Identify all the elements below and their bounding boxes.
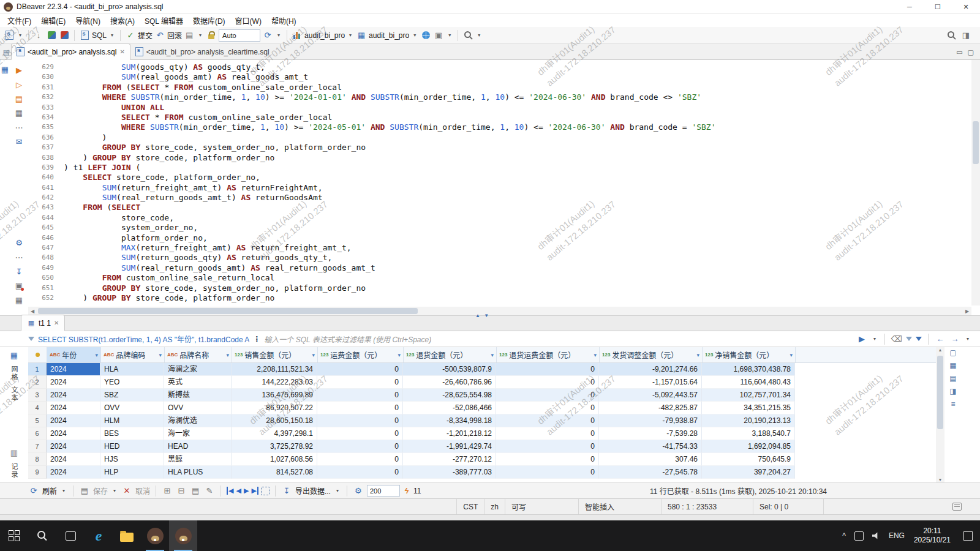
notifications-icon[interactable] — [952, 503, 962, 511]
menu-item[interactable]: 数据库(D) — [188, 15, 230, 26]
column-header[interactable]: 123退货金额（元）▾ — [404, 347, 497, 362]
close-button[interactable]: ✕ — [952, 0, 980, 13]
export-data-button[interactable]: 导出数据... — [295, 485, 331, 496]
grid-cell[interactable]: 4,397,298.1 — [232, 427, 317, 440]
row-number[interactable]: 3 — [28, 389, 47, 402]
code-line[interactable]: ) t1 LEFT JOIN ( — [64, 163, 970, 173]
code-line[interactable]: GROUP BY store_code, system_order_no, pl… — [64, 143, 970, 152]
grid-cell[interactable]: 0 — [496, 466, 599, 479]
row-number[interactable]: 8 — [28, 453, 47, 466]
grid-cell[interactable]: 0 — [317, 376, 403, 389]
grid-cell[interactable]: 0 — [496, 414, 599, 427]
maximize-button[interactable]: ☐ — [924, 0, 952, 13]
grid-cell[interactable]: 814,527.08 — [232, 466, 317, 479]
edit-filter-icon[interactable] — [906, 337, 912, 341]
result-settings-gear-icon[interactable]: ⚙ — [353, 485, 364, 497]
code-line[interactable]: UNION ALL — [64, 103, 970, 113]
input-language-indicator[interactable]: ENG — [884, 520, 909, 551]
grid-cell[interactable]: HLA PLUS — [164, 466, 232, 479]
grid-cell[interactable]: 144,222,283.03 — [232, 376, 317, 389]
database-navigator-mini-icon[interactable]: ▦ — [0, 64, 10, 75]
calculator-panel-icon[interactable]: ▦ — [13, 295, 24, 305]
clear-filter-icon[interactable]: ⌫ — [891, 334, 902, 345]
grid-cell[interactable]: -27,545.78 — [599, 466, 702, 479]
explain-plan-icon[interactable]: ▦ — [13, 108, 24, 118]
send-mail-icon[interactable]: ✉ — [13, 137, 24, 147]
fetch-all-icon[interactable] — [261, 487, 270, 495]
column-filter-arrow[interactable]: ▾ — [594, 352, 597, 358]
grid-cell[interactable]: OVV — [100, 402, 164, 414]
save-dropdown[interactable]: ▾ — [111, 485, 118, 497]
database-connection-select[interactable]: audit_bi_pro — [304, 31, 345, 40]
column-filter-arrow[interactable]: ▾ — [398, 352, 401, 358]
code-line[interactable]: GROUP BY store_code, system_order_no, pl… — [64, 283, 970, 293]
new-sql-editor-dropdown[interactable]: ▾ — [17, 30, 24, 41]
code-line[interactable]: WHERE SUBSTR(min_order_time, 1, 10) >= '… — [64, 92, 970, 102]
code-line[interactable]: FROM (SELECT — [64, 203, 970, 212]
menu-item[interactable]: 搜索(A) — [105, 15, 140, 26]
new-sql-editor-icon[interactable] — [4, 30, 15, 41]
grid-cell[interactable]: 海澜优选 — [164, 414, 232, 427]
grid-cell[interactable]: 34,351,215.35 — [702, 402, 795, 414]
grid-cell[interactable]: -52,086,466 — [403, 402, 496, 414]
code-line[interactable]: MAX(return_freight_amt) AS return_freigh… — [64, 243, 970, 253]
row-number[interactable]: 4 — [28, 402, 47, 414]
rollback-button[interactable]: 回滚 — [167, 30, 182, 40]
menu-item[interactable]: 编辑(E) — [36, 15, 70, 26]
grid-cell[interactable]: 3,188,540.7 — [702, 427, 795, 440]
column-filter-arrow[interactable]: ▾ — [790, 352, 793, 358]
code-line[interactable]: ) GROUP BY store_code, platform_order_no — [64, 153, 970, 163]
grid-cell[interactable]: 2,208,111,521.34 — [232, 363, 317, 376]
grid-cell[interactable]: -5,092,443.57 — [599, 389, 702, 402]
start-button[interactable] — [0, 520, 28, 551]
grid-cell[interactable]: HJS — [100, 453, 164, 466]
column-filter-arrow[interactable]: ▾ — [95, 352, 98, 358]
close-result-tab-icon[interactable]: ✕ — [54, 320, 59, 326]
transaction-log-icon[interactable]: ⟳ — [262, 30, 273, 41]
refresh-dropdown[interactable]: ▾ — [60, 485, 67, 497]
tray-expand-icon[interactable]: ^ — [838, 520, 850, 551]
grid-cell[interactable]: 黑鲸 — [164, 453, 232, 466]
code-lines[interactable]: SUM(goods_qty) AS goods_qty_t, SUM(real_… — [64, 62, 970, 303]
sql-editor[interactable]: ▦ ▶ ▷ ▤ ▦ ⋯ ✉ ⚙ ⋯ ↧ ▣ ▦ 6296306316326336… — [0, 60, 980, 315]
result-tab-t1[interactable]: ▦ t1 1 ✕ — [21, 315, 65, 331]
column-header[interactable]: 123发货调整金额（元）▾ — [600, 347, 703, 362]
grid-cell[interactable]: -8,334,998.18 — [403, 414, 496, 427]
code-line[interactable]: SELECT store_code, platform_order_no, — [64, 173, 970, 182]
export-dropdown[interactable]: ▾ — [334, 485, 341, 497]
filter-input[interactable]: 输入一个 SQL 表达式来过滤结果 (使用 Ctrl+Space) — [264, 334, 431, 344]
save-filter-icon[interactable] — [916, 337, 922, 341]
dbeaver-taskbar-icon-1[interactable] — [141, 520, 169, 551]
column-header[interactable]: ABC年份▾ — [47, 347, 101, 362]
execute-as-script-icon[interactable]: ▤ — [13, 94, 24, 104]
grid-cell[interactable]: 397,204.27 — [702, 466, 795, 479]
grid-cell[interactable]: 1,698,370,438.78 — [702, 363, 795, 376]
filter-history-dropdown[interactable]: ▾ — [871, 334, 878, 345]
column-filter-arrow[interactable]: ▾ — [312, 352, 315, 358]
grid-view-icon[interactable]: ▦ — [9, 350, 20, 361]
internet-explorer-icon[interactable]: e — [85, 520, 113, 551]
code-line[interactable]: SELECT * FROM custom_online_sale_order_l… — [64, 113, 970, 122]
output-icon[interactable]: ▣ — [433, 30, 444, 41]
last-row-icon[interactable]: ▶ — [251, 487, 258, 495]
column-filter-arrow[interactable]: ▾ — [226, 352, 229, 358]
volume-icon[interactable] — [868, 520, 884, 551]
grid-cell[interactable]: HED — [100, 440, 164, 453]
grid-cell[interactable]: 2024 — [47, 414, 100, 427]
grid-vertical-scrollbar[interactable]: ▲ ▼ — [936, 347, 944, 482]
grid-cell[interactable]: 2024 — [47, 466, 100, 479]
export-result-icon[interactable]: ↧ — [13, 266, 24, 277]
grid-cell[interactable]: 1,692,094.85 — [702, 440, 795, 453]
panel-references-icon[interactable]: ◨ — [949, 387, 956, 395]
grid-cell[interactable]: HLA — [100, 363, 164, 376]
execute-script-icon[interactable] — [59, 30, 70, 41]
code-line[interactable]: store_code, — [64, 213, 970, 223]
row-number[interactable]: 2 — [28, 376, 47, 389]
maximize-editor-icon[interactable]: ▢ — [968, 48, 974, 56]
grid-cell[interactable]: 2024 — [47, 453, 100, 466]
script-record-icon[interactable]: ▣ — [13, 280, 24, 291]
grid-cell[interactable]: 307.46 — [599, 453, 702, 466]
grid-cell[interactable]: 2024 — [47, 389, 100, 402]
code-line[interactable]: SUM(real_goods_amt) AS real_goods_amt_t — [64, 72, 970, 82]
column-header[interactable]: 123运费金额（元）▾ — [318, 347, 404, 362]
